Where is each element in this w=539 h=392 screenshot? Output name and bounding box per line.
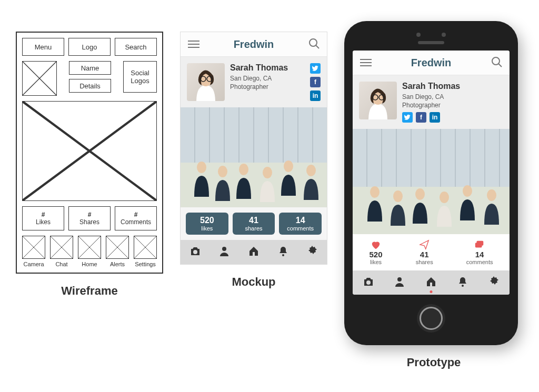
profile-location: San Diego, CA <box>230 75 305 82</box>
phone-speaker <box>344 33 518 44</box>
wf-menu[interactable]: Menu <box>22 38 64 56</box>
app-title: Fredwin <box>234 38 274 51</box>
wf-nav-home[interactable]: Home <box>78 236 101 267</box>
profile-role: Photographer <box>402 102 503 109</box>
profile-location: San Diego, CA <box>402 93 503 100</box>
search-icon[interactable] <box>491 56 502 69</box>
facebook-icon[interactable]: f <box>310 77 321 87</box>
twitter-icon[interactable] <box>402 112 413 123</box>
mock-profile: Sarah Thomas San Diego, CA Photographer … <box>181 57 327 107</box>
twitter-icon[interactable] <box>310 63 321 74</box>
nav-active-dot <box>430 290 433 293</box>
wf-shares[interactable]: # Shares <box>68 206 111 230</box>
stat-likes[interactable]: 520 likes <box>186 213 228 235</box>
linkedin-icon[interactable]: in <box>310 91 321 101</box>
comment-icon <box>466 239 493 250</box>
wireframe-column: Menu Logo Search Name Details Social Log… <box>16 32 163 298</box>
wireframe-app: Menu Logo Search Name Details Social Log… <box>16 32 163 274</box>
mock-main-image <box>181 107 327 207</box>
wf-likes[interactable]: # Likes <box>22 206 64 230</box>
mock-stats: 520 likes 41 shares 14 comments <box>181 207 327 240</box>
profile-name: Sarah Thomas <box>230 63 305 73</box>
caption-prototype: Prototype <box>407 356 461 369</box>
avatar[interactable] <box>359 82 397 119</box>
wf-logo: Logo <box>68 38 111 56</box>
camera-icon[interactable] <box>189 245 201 259</box>
avatar[interactable] <box>187 63 225 101</box>
app-title: Fredwin <box>411 57 452 69</box>
user-icon[interactable] <box>218 245 230 259</box>
proto-stats: 520 likes 41 shares 14 comments <box>353 234 510 270</box>
mockup-column: Fredwin Sarah Th <box>180 32 327 289</box>
phone-home-button[interactable] <box>417 304 445 333</box>
wf-avatar-placeholder <box>22 61 57 96</box>
proto-profile: Sarah Thomas San Diego, CA Photographer … <box>353 75 510 129</box>
phone-device: Fredwin <box>344 21 518 345</box>
proto-main-image <box>353 129 510 234</box>
camera-icon[interactable] <box>363 276 374 289</box>
wf-name: Name <box>69 61 111 75</box>
hamburger-icon[interactable] <box>360 59 372 66</box>
user-icon[interactable] <box>394 276 405 289</box>
prototype-app: Fredwin <box>353 51 510 295</box>
caption-wireframe: Wireframe <box>61 284 117 298</box>
search-icon[interactable] <box>308 37 320 51</box>
heart-icon <box>370 239 383 250</box>
wf-nav-alerts[interactable]: Alerts <box>106 236 129 267</box>
linkedin-icon[interactable]: in <box>430 112 440 123</box>
prototype-column: Fredwin <box>344 32 523 369</box>
caption-mockup: Mockup <box>232 275 275 289</box>
wf-nav-camera[interactable]: Camera <box>22 236 45 267</box>
profile-name: Sarah Thomas <box>402 82 503 91</box>
wf-search[interactable]: Search <box>115 38 157 56</box>
gear-icon[interactable] <box>488 276 500 289</box>
mock-nav <box>181 240 327 264</box>
facebook-icon[interactable]: f <box>416 112 426 123</box>
stat-likes[interactable]: 520 likes <box>370 239 383 265</box>
stat-comments[interactable]: 14 comments <box>279 213 322 235</box>
bell-icon[interactable] <box>457 276 468 289</box>
stat-shares[interactable]: 41 shares <box>416 239 433 265</box>
wf-nav-settings[interactable]: Settings <box>134 236 157 267</box>
stat-comments[interactable]: 14 comments <box>466 239 493 265</box>
stat-shares[interactable]: 41 shares <box>233 213 275 235</box>
wf-comments[interactable]: # Comments <box>115 206 157 230</box>
wf-main-image <box>22 101 157 201</box>
hamburger-icon[interactable] <box>188 41 199 48</box>
gear-icon[interactable] <box>306 245 318 259</box>
proto-header: Fredwin <box>353 51 510 75</box>
home-icon[interactable] <box>425 276 437 289</box>
home-icon[interactable] <box>248 245 259 259</box>
send-icon <box>416 239 433 250</box>
profile-role: Photographer <box>230 83 305 91</box>
wf-nav-chat[interactable]: Chat <box>50 236 73 267</box>
bell-icon[interactable] <box>277 245 289 259</box>
mockup-app: Fredwin Sarah Th <box>180 32 327 265</box>
wf-social[interactable]: Social Logos <box>123 61 157 93</box>
wf-details: Details <box>69 79 111 93</box>
mock-header: Fredwin <box>181 32 327 57</box>
proto-nav <box>353 270 510 295</box>
